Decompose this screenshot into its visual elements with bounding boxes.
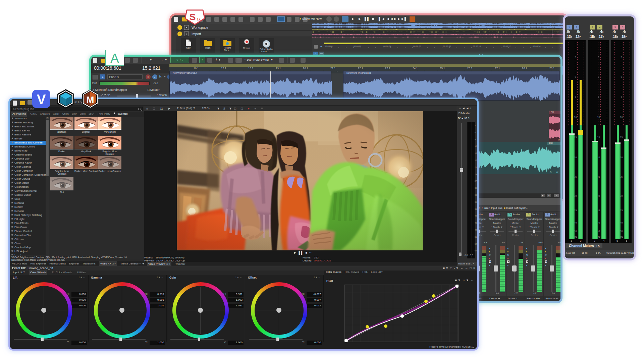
svg-text:17: 17 xyxy=(197,17,201,21)
svg-text:M: M xyxy=(86,95,94,105)
svg-text:S: S xyxy=(190,12,196,22)
svg-text:A: A xyxy=(110,51,119,65)
svg-text:V: V xyxy=(37,92,46,107)
